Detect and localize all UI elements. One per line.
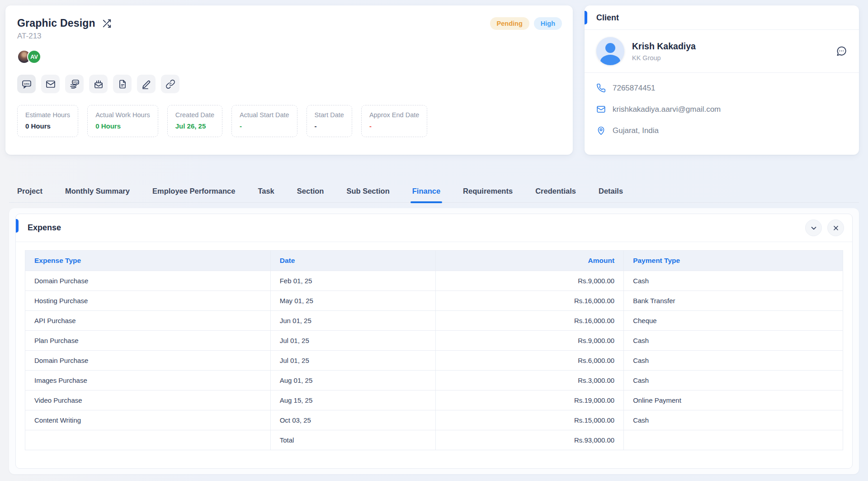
accent-bar xyxy=(16,219,19,233)
cell-expense-type: API Purchase xyxy=(25,311,271,331)
status-badge: Pending xyxy=(490,17,529,30)
cell-expense-type: Content Writing xyxy=(25,410,271,430)
column-header-date[interactable]: Date xyxy=(270,251,435,271)
client-phone-row[interactable]: 7265874451 xyxy=(596,77,848,99)
expense-panel: Expense xyxy=(15,214,853,469)
tab-requirements[interactable]: Requirements xyxy=(462,181,514,202)
stat-value: - xyxy=(315,122,344,130)
document-icon[interactable] xyxy=(113,75,132,93)
status-badges: Pending High xyxy=(490,17,562,30)
tab-monthly-summary[interactable]: Monthly Summary xyxy=(64,181,131,202)
column-header-expense-type[interactable]: Expense Type xyxy=(25,251,271,271)
table-row[interactable]: Domain Purchase Feb 01, 25 Rs.9,000.00 C… xyxy=(25,271,843,291)
cell-amount: Rs.9,000.00 xyxy=(436,271,624,291)
avatar[interactable]: AV xyxy=(27,50,41,64)
close-button[interactable] xyxy=(827,219,844,236)
stat-label: Actual Work Hours xyxy=(95,111,150,119)
cell-date: Oct 03, 25 xyxy=(270,410,435,430)
cell-amount: Rs.6,000.00 xyxy=(436,351,624,371)
tab-finance[interactable]: Finance xyxy=(411,181,441,202)
tab-employee-performance[interactable]: Employee Performance xyxy=(151,181,236,202)
table-row[interactable]: Content Writing Oct 03, 25 Rs.15,000.00 … xyxy=(25,410,843,430)
stat-start-date: Start Date - xyxy=(307,105,352,137)
email-icon xyxy=(596,105,606,114)
cell-date: Feb 01, 25 xyxy=(270,271,435,291)
table-row[interactable]: Video Purchase Aug 15, 25 Rs.19,000.00 O… xyxy=(25,391,843,410)
total-label: Total xyxy=(270,430,435,450)
tab-sub-section[interactable]: Sub Section xyxy=(345,181,390,202)
cell-payment-type: Cash xyxy=(624,331,843,351)
client-email-row[interactable]: krishkakadiya.aarvi@gmail.com xyxy=(596,99,848,120)
tab-section[interactable]: Section xyxy=(296,181,325,202)
close-icon xyxy=(832,224,840,232)
cell-empty xyxy=(624,430,843,450)
cell-payment-type: Cash xyxy=(624,271,843,291)
accent-bar xyxy=(585,11,587,24)
link-icon[interactable] xyxy=(161,75,179,93)
client-location-row[interactable]: Gujarat, India xyxy=(596,120,848,141)
stat-label: Estimate Hours xyxy=(25,111,70,119)
cell-expense-type: Images Purchase xyxy=(25,371,271,391)
chat-icon[interactable] xyxy=(835,45,847,57)
cell-amount: Rs.16,000.00 xyxy=(436,311,624,331)
table-row[interactable]: Hosting Purchase May 01, 25 Rs.16,000.00… xyxy=(25,291,843,311)
expense-panel-title: Expense xyxy=(28,223,61,233)
table-row[interactable]: Images Purchase Aug 01, 25 Rs.3,000.00 C… xyxy=(25,371,843,391)
tab-details[interactable]: Details xyxy=(598,181,624,202)
cell-payment-type: Cash xyxy=(624,410,843,430)
action-toolbar: sms sms xyxy=(17,75,560,93)
cell-payment-type: Online Payment xyxy=(624,391,843,410)
table-row[interactable]: Plan Purchase Jul 01, 25 Rs.9,000.00 Cas… xyxy=(25,331,843,351)
stat-value: 0 Hours xyxy=(95,122,150,130)
stat-label: Start Date xyxy=(315,111,344,119)
cell-amount: Rs.9,000.00 xyxy=(436,331,624,351)
svg-text:sms: sms xyxy=(24,81,29,85)
tab-project[interactable]: Project xyxy=(16,181,43,202)
top-row: Pending High Graphic Design AT-213 AV xyxy=(5,5,859,155)
cell-expense-type: Plan Purchase xyxy=(25,331,271,351)
client-card-title: Client xyxy=(596,13,619,22)
priority-badge: High xyxy=(534,17,562,30)
campaign-mail-icon[interactable] xyxy=(89,75,108,93)
cell-payment-type: Bank Transfer xyxy=(624,291,843,311)
table-header-row: Expense Type Date Amount Payment Type xyxy=(25,251,843,271)
expense-panel-header: Expense xyxy=(16,214,852,242)
page-title: Graphic Design xyxy=(17,17,95,29)
cell-date: Aug 01, 25 xyxy=(270,371,435,391)
cell-expense-type: Hosting Purchase xyxy=(25,291,271,311)
stat-estimate-hours: Estimate Hours 0 Hours xyxy=(17,105,78,137)
tab-task[interactable]: Task xyxy=(257,181,275,202)
assignee-avatars[interactable]: AV xyxy=(17,50,560,64)
stat-created-date: Created Date Jul 26, 25 xyxy=(167,105,222,137)
client-avatar xyxy=(596,37,624,65)
chevron-down-icon xyxy=(810,224,818,232)
sms-send-icon[interactable]: sms xyxy=(65,75,84,93)
column-header-payment-type[interactable]: Payment Type xyxy=(624,251,843,271)
table-row[interactable]: Domain Purchase Jul 01, 25 Rs.6,000.00 C… xyxy=(25,351,843,371)
cell-amount: Rs.15,000.00 xyxy=(436,410,624,430)
detail-tabs: Project Monthly Summary Employee Perform… xyxy=(9,181,859,203)
tab-credentials[interactable]: Credentials xyxy=(534,181,577,202)
sms-icon[interactable]: sms xyxy=(17,75,36,93)
client-phone: 7265874451 xyxy=(613,84,656,93)
finance-tab-content: Expense xyxy=(9,208,859,474)
cell-date: Jul 01, 25 xyxy=(270,351,435,371)
table-total-row: Total Rs.93,000.00 xyxy=(25,430,843,450)
cell-payment-type: Cash xyxy=(624,371,843,391)
edit-icon[interactable] xyxy=(137,75,156,93)
cell-expense-type: Video Purchase xyxy=(25,391,271,410)
stat-label: Actual Start Date xyxy=(240,111,289,119)
shuffle-icon[interactable] xyxy=(102,19,112,29)
expense-table-wrap: Expense Type Date Amount Payment Type Do… xyxy=(16,242,852,458)
cell-payment-type: Cheque xyxy=(624,311,843,331)
collapse-button[interactable] xyxy=(805,219,822,236)
client-contacts: 7265874451 krishkakadiya.aarvi@gmail.com… xyxy=(585,73,859,148)
table-row[interactable]: API Purchase Jun 01, 25 Rs.16,000.00 Che… xyxy=(25,311,843,331)
stat-value: 0 Hours xyxy=(25,122,70,130)
cell-payment-type: Cash xyxy=(624,351,843,371)
location-pin-icon xyxy=(596,126,606,135)
expense-table: Expense Type Date Amount Payment Type Do… xyxy=(25,250,843,450)
stat-actual-work-hours: Actual Work Hours 0 Hours xyxy=(87,105,158,137)
email-icon[interactable] xyxy=(41,75,60,93)
column-header-amount[interactable]: Amount xyxy=(436,251,624,271)
